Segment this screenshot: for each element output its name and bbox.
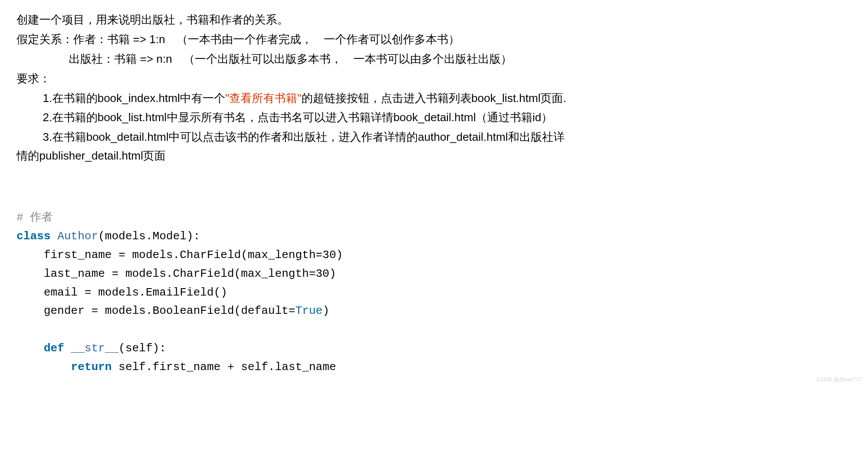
req1-highlight: "查看所有书籍"	[225, 92, 301, 105]
field-gender-true: True	[295, 304, 322, 317]
class-tail: (models.Model):	[98, 230, 200, 243]
requirements-label: 要求：	[17, 69, 851, 88]
requirements-list: 1.在书籍的book_index.html中有一个"查看所有书籍"的超链接按钮，…	[17, 89, 851, 127]
field-gender-a: gender = models.BooleanField(default=	[17, 304, 295, 317]
req1-prefix: 1.在书籍的book_index.html中有一个	[43, 92, 225, 105]
return-body: self.first_name + self.last_name	[112, 360, 336, 374]
field-first-name: first_name = models.CharField(max_length…	[17, 248, 343, 262]
relation-publisher-book: 出版社：书籍 => n:n （一个出版社可以出版多本书， 一本书可以由多个出版社…	[17, 50, 851, 68]
def-name: __str__	[71, 342, 119, 355]
requirement-3: 3.在书籍book_detail.html中可以点击该书的作者和出版社，进入作者…	[17, 128, 851, 165]
return-keyword: return	[71, 360, 112, 374]
requirement-1: 1.在书籍的book_index.html中有一个"查看所有书籍"的超链接按钮，…	[43, 89, 851, 108]
intro-text: 创建一个项目，用来说明出版社，书籍和作者的关系。	[17, 10, 851, 29]
class-name: Author	[58, 230, 98, 243]
requirement-2: 2.在书籍的book_list.html中显示所有书名，点击书名可以进入书籍详情…	[43, 108, 851, 127]
field-email: email = models.EmailField()	[17, 286, 227, 299]
class-keyword: class	[17, 230, 51, 243]
code-block: # 作者 class Author(models.Model): first_n…	[17, 190, 851, 377]
def-tail: (self):	[119, 342, 166, 355]
watermark-text: CSDN @Zman777	[817, 376, 862, 384]
field-gender-c: )	[322, 304, 329, 317]
req1-suffix: 的超链接按钮，点击进入书籍列表book_list.html页面.	[302, 92, 566, 105]
field-last-name: last_name = models.CharField(max_length=…	[17, 267, 336, 280]
relation-author-book: 假定关系：作者：书籍 => 1:n （一本书由一个作者完成， 一个作者可以创作多…	[17, 30, 851, 49]
def-keyword: def	[44, 342, 64, 355]
code-comment: # 作者	[17, 211, 53, 224]
